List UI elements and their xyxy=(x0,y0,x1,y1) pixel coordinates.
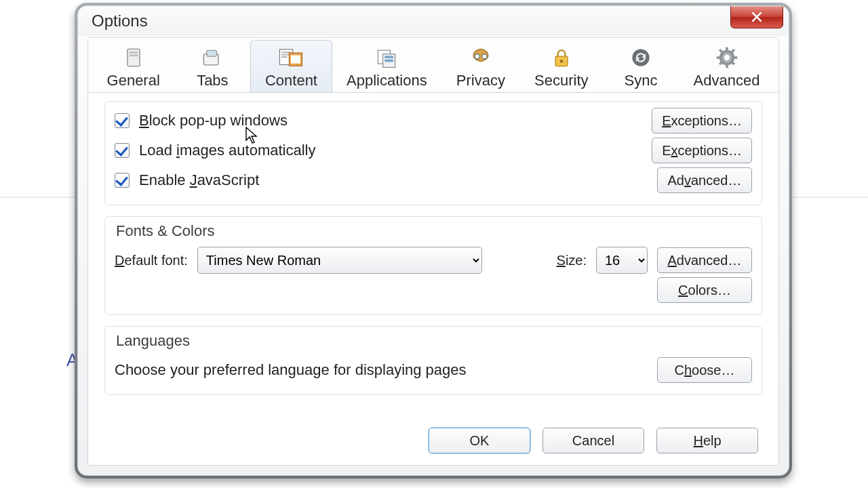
tabs-icon xyxy=(182,45,243,70)
tab-label: Privacy xyxy=(449,72,512,89)
load-images-label: Load images automatically xyxy=(139,142,642,159)
help-button[interactable]: Help xyxy=(656,428,758,453)
default-font-select[interactable]: Times New Roman xyxy=(197,247,482,274)
dialog-footer: OK Cancel Help xyxy=(88,416,778,465)
applications-icon xyxy=(340,45,435,70)
tab-general[interactable]: General xyxy=(92,40,174,92)
content-panel: Block pop-up windows Exceptions… Load im… xyxy=(88,93,778,395)
svg-point-18 xyxy=(560,60,563,62)
load-images-checkbox[interactable] xyxy=(115,143,130,158)
svg-rect-4 xyxy=(207,50,216,56)
tab-applications[interactable]: Applications xyxy=(332,40,442,92)
row-colors: Colors… xyxy=(115,275,752,305)
languages-desc: Choose your preferred language for displ… xyxy=(115,361,648,379)
cancel-button[interactable]: Cancel xyxy=(542,428,644,453)
security-icon xyxy=(527,45,595,70)
close-icon xyxy=(750,10,764,24)
tab-label: Applications xyxy=(340,72,435,89)
block-popups-exceptions-button[interactable]: Exceptions… xyxy=(652,108,752,134)
svg-point-20 xyxy=(723,54,730,62)
size-label: Size: xyxy=(557,253,587,268)
tab-advanced[interactable]: Advanced xyxy=(679,40,774,92)
gear-icon xyxy=(686,45,767,70)
dialog-frame: Options General xyxy=(77,5,789,476)
close-button[interactable] xyxy=(730,5,783,28)
privacy-icon xyxy=(449,45,512,70)
colors-button[interactable]: Colors… xyxy=(657,277,752,303)
tab-strip: General Tabs Content xyxy=(88,38,778,93)
choose-language-button[interactable]: Choose… xyxy=(657,357,752,383)
section-web-features: Block pop-up windows Exceptions… Load im… xyxy=(104,101,762,205)
default-font-label: Default font: xyxy=(115,253,188,268)
block-popups-checkbox[interactable] xyxy=(115,113,130,128)
section-fonts-colors: Fonts & Colors Default font: Times New R… xyxy=(104,216,762,315)
row-languages: Choose your preferred language for displ… xyxy=(115,355,752,385)
tab-label: Advanced xyxy=(686,72,767,89)
section-title: Languages xyxy=(116,332,752,350)
tab-label: Content xyxy=(258,72,324,89)
content-icon xyxy=(258,45,324,70)
row-load-images: Load images automatically Exceptions… xyxy=(115,136,752,165)
row-block-popups: Block pop-up windows Exceptions… xyxy=(115,106,752,136)
tab-sync[interactable]: Sync xyxy=(603,40,679,92)
enable-js-checkbox[interactable] xyxy=(115,173,130,188)
tab-label: Security xyxy=(527,72,595,89)
client-area: General Tabs Content xyxy=(87,37,779,466)
svg-rect-10 xyxy=(291,56,300,64)
font-size-select[interactable]: 16 xyxy=(596,247,648,274)
section-title: Fonts & Colors xyxy=(116,222,752,240)
fonts-advanced-button[interactable]: Advanced… xyxy=(657,247,752,273)
svg-rect-8 xyxy=(282,56,288,58)
general-icon xyxy=(100,45,167,70)
window-title: Options xyxy=(92,12,730,30)
row-default-font: Default font: Times New Roman Size: 16 xyxy=(115,245,752,275)
tab-content[interactable]: Content xyxy=(250,40,332,92)
svg-point-19 xyxy=(632,49,649,66)
svg-point-16 xyxy=(482,54,487,59)
load-images-exceptions-button[interactable]: Exceptions… xyxy=(652,138,752,163)
tab-privacy[interactable]: Privacy xyxy=(441,40,519,92)
svg-rect-14 xyxy=(385,60,394,62)
svg-point-15 xyxy=(475,54,479,59)
tab-tabs[interactable]: Tabs xyxy=(174,40,250,92)
svg-rect-1 xyxy=(129,52,138,54)
tab-security[interactable]: Security xyxy=(519,40,603,92)
svg-rect-13 xyxy=(385,56,394,58)
section-languages: Languages Choose your preferred language… xyxy=(104,326,762,395)
options-dialog: Options General xyxy=(75,3,792,479)
svg-rect-2 xyxy=(129,55,138,57)
block-popups-label: Block pop-up windows xyxy=(139,112,642,129)
enable-js-advanced-button[interactable]: Advanced… xyxy=(657,167,752,193)
row-enable-js: Enable JavaScript Advanced… xyxy=(115,165,752,195)
tab-label: General xyxy=(100,72,167,89)
ok-button[interactable]: OK xyxy=(429,428,530,453)
enable-js-label: Enable JavaScript xyxy=(139,171,648,189)
tab-label: Tabs xyxy=(182,72,243,89)
sync-icon xyxy=(610,45,671,70)
titlebar: Options xyxy=(78,6,789,36)
tab-label: Sync xyxy=(610,72,671,89)
